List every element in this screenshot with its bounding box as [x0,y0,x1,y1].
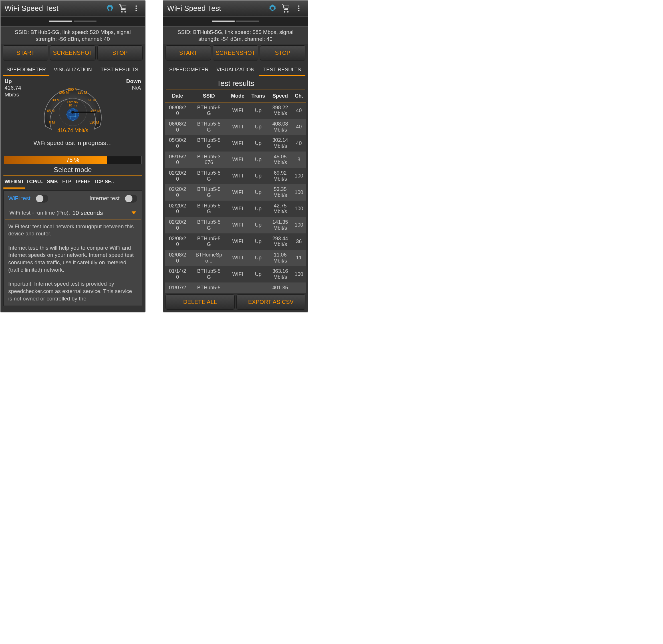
stop-button[interactable]: STOP [260,45,305,61]
internet-test-label: Internet test [89,195,120,202]
more-icon[interactable] [294,3,304,13]
app-bar: WiFi Speed Test [163,1,308,16]
cell: 141.35Mbit/s [269,217,292,233]
internet-test-toggle[interactable] [125,194,137,203]
cell: 401.35 [269,282,292,293]
cell: 8 [292,152,306,168]
table-row[interactable]: 06/08/20BTHub5-5GWIFIUp408.08Mbit/s40 [165,119,306,135]
cell: Up [248,119,269,135]
cart-icon[interactable] [281,3,291,13]
svg-point-21 [298,5,300,7]
tab-test-results[interactable]: TEST RESULTS [96,64,143,76]
cell: 363.16Mbit/s [269,266,292,282]
cell: WIFI [227,233,248,250]
cell: 05/15/20 [165,152,190,168]
cell: 11.06Mbit/s [269,250,292,266]
delete-all-button[interactable]: DELETE ALL [165,295,235,309]
cell: 06/08/20 [165,102,190,119]
cell: Up [248,184,269,200]
col-ssid[interactable]: SSID [190,90,227,102]
app-title: WiFi Speed Test [4,4,101,13]
table-row[interactable]: 01/07/2BTHub5-5401.35 [165,282,306,293]
wifi-test-toggle[interactable] [36,194,48,203]
divider [3,153,142,153]
cell: 01/14/20 [165,266,190,282]
svg-text:65 M: 65 M [47,109,55,113]
progress-bar: 75 % [4,156,141,164]
results-heading: Test results [166,76,305,90]
table-row[interactable]: 02/20/20BTHub5-5GWIFIUp53.35Mbit/s100 [165,184,306,200]
table-row[interactable]: 02/08/20BTHub5-5GWIFIUp293.44Mbit/s36 [165,233,306,250]
cell: Up [248,102,269,119]
cart-icon[interactable] [118,3,128,13]
svg-point-22 [298,8,300,9]
start-button[interactable]: START [165,45,211,61]
cell: 53.35Mbit/s [269,184,292,200]
table-row[interactable]: 05/15/20BTHub5-3676WIFIUp45.05Mbit/s8 [165,152,306,168]
svg-point-19 [71,111,74,114]
cell: 100 [292,217,306,233]
screenshot-button[interactable]: SCREENSHOT [213,45,258,61]
cell: WIFI [227,119,248,135]
progress-pct: 75 % [4,156,141,164]
svg-text:130 M: 130 M [50,98,59,102]
col-trans[interactable]: Trans [248,90,269,102]
gear-icon[interactable] [105,3,115,13]
col-speed[interactable]: Speed [269,90,292,102]
runtime-select[interactable]: WiFi test - run time (Pro): 10 seconds [5,207,141,220]
col-ch[interactable]: Ch. [292,90,306,102]
speedometer-panel: Up 416.74 Mbit/s 0 M [1,76,145,153]
cell: WIFI [227,168,248,184]
cell: 02/20/20 [165,201,190,217]
cell: BTHub5-5G [190,119,227,135]
mode-tab-tcpudp[interactable]: TCP/U.. [25,176,45,189]
start-button[interactable]: START [3,45,48,61]
phone-right-results: WiFi Speed Test SSID: BTHub5-5G, link sp… [163,0,308,313]
table-row[interactable]: 02/08/20BTHomeSpo...WIFIUp11.06Mbit/s11 [165,250,306,266]
pager-dot-2 [236,21,259,22]
cell: Up [248,266,269,282]
mode-tab-tcpserver[interactable]: TCP SE.. [92,176,115,189]
cell [227,282,248,293]
table-row[interactable]: 01/14/20BTHub5-5GWIFIUp363.16Mbit/s100 [165,266,306,282]
pager-dot-1 [49,21,72,22]
stop-button[interactable]: STOP [97,45,143,61]
tab-visualization[interactable]: VISUALIZATION [49,64,96,76]
mode-tabs: WIFI/INT TCP/U.. SMB FTP IPERF TCP SE.. [1,176,145,189]
tab-speedometer[interactable]: SPEEDOMETER [3,64,49,76]
table-row[interactable]: 02/20/20BTHub5-5GWIFIUp69.92Mbit/s100 [165,168,306,184]
svg-point-2 [136,10,137,11]
cell: 42.75Mbit/s [269,201,292,217]
export-csv-button[interactable]: EXPORT AS CSV [236,295,305,309]
mode-tab-iperf[interactable]: IPERF [74,176,92,189]
mode-tab-smb[interactable]: SMB [45,176,60,189]
cell: Up [248,233,269,250]
table-row[interactable]: 05/30/20BTHub5-5GWIFIUp302.14Mbit/s40 [165,135,306,151]
mode-tab-wifi-int[interactable]: WIFI/INT [3,176,25,189]
cell: BTHub5-5 [190,282,227,293]
tab-visualization[interactable]: VISUALIZATION [212,64,258,76]
mode-tab-ftp[interactable]: FTP [60,176,74,189]
down-value: N/A [115,85,141,91]
cell: BTHub5-5G [190,266,227,282]
wifi-desc: WiFi test: test local network throughput… [4,220,142,241]
cell [292,282,306,293]
cell: 02/20/20 [165,217,190,233]
table-row[interactable]: 06/08/20BTHub5-5GWIFIUp398.22Mbit/s40 [165,102,306,119]
col-mode[interactable]: Mode [227,90,248,102]
cell [248,282,269,293]
cell: 36 [292,233,306,250]
cell: Up [248,217,269,233]
table-row[interactable]: 02/20/20BTHub5-5GWIFIUp141.35Mbit/s100 [165,217,306,233]
tab-test-results[interactable]: TEST RESULTS [259,64,305,76]
cell: BTHub5-5G [190,135,227,151]
more-icon[interactable] [131,3,141,13]
select-mode-heading: Select mode [1,165,145,176]
screenshot-button[interactable]: SCREENSHOT [50,45,95,61]
pager-dot-1 [212,21,235,22]
gear-icon[interactable] [268,3,277,13]
phone-left-speedometer: WiFi Speed Test SSID: BTHub5-5G, link sp… [0,0,145,313]
col-date[interactable]: Date [165,90,190,102]
table-row[interactable]: 02/20/20BTHub5-5GWIFIUp42.75Mbit/s100 [165,201,306,217]
tab-speedometer[interactable]: SPEEDOMETER [165,64,212,76]
